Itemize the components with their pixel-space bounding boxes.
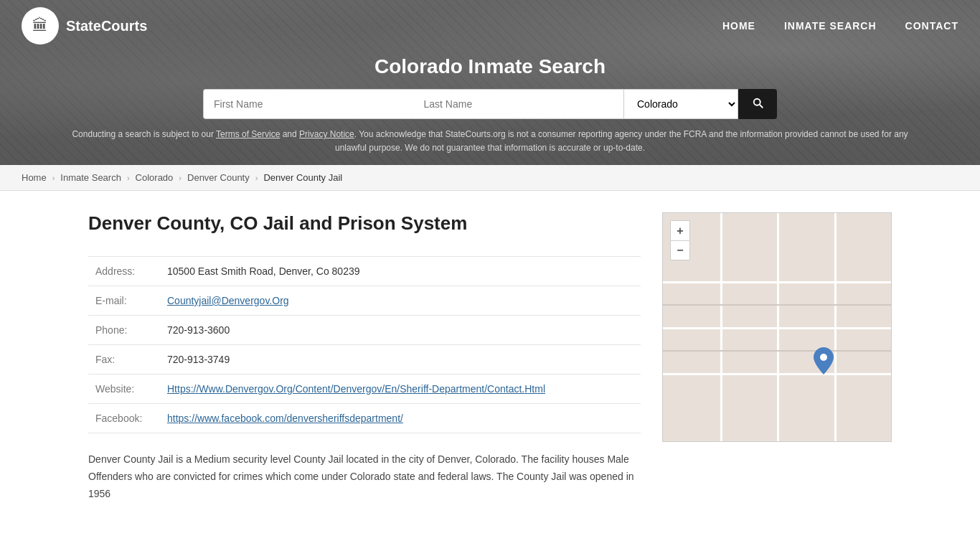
table-row-facebook: Facebook: https://www.facebook.com/denve… [88, 404, 641, 433]
breadcrumb-home[interactable]: Home [22, 172, 47, 183]
disclaimer-between: and [280, 129, 299, 139]
map-pin [814, 347, 834, 377]
fax-label: Fax: [88, 345, 160, 375]
last-name-input[interactable] [414, 89, 624, 119]
breadcrumb-sep-1: › [52, 174, 55, 182]
email-label: E-mail: [88, 286, 160, 316]
nav-inmate-search[interactable]: INMATE SEARCH [784, 20, 877, 32]
logo-icon: 🏛 [22, 7, 59, 44]
nav-contact[interactable]: CONTACT [905, 20, 958, 32]
privacy-notice-link[interactable]: Privacy Notice [299, 129, 354, 139]
search-button[interactable] [738, 89, 777, 119]
breadcrumb-sep-3: › [179, 174, 182, 182]
page-title: Colorado Inmate Search [0, 55, 980, 78]
nav-bar: 🏛 StateCourts HOME INMATE SEARCH CONTACT [0, 0, 980, 52]
state-select[interactable]: Select State Alabama Alaska Colorado Cal… [623, 89, 738, 119]
facility-heading: Denver County, CO Jail and Prison System [88, 212, 641, 235]
search-icon [751, 96, 764, 109]
site-logo[interactable]: 🏛 StateCourts [22, 7, 147, 44]
address-value: 10500 East Smith Road, Denver, Co 80239 [160, 257, 641, 286]
facebook-value: https://www.facebook.com/denversheriffsd… [160, 404, 641, 433]
info-section: Denver County, CO Jail and Prison System… [88, 212, 641, 502]
table-row-email: E-mail: Countyjail@Denvergov.Org [88, 286, 641, 316]
breadcrumb: Home › Inmate Search › Colorado › Denver… [0, 165, 980, 191]
nav-links: HOME INMATE SEARCH CONTACT [722, 20, 958, 32]
map-road [720, 213, 722, 441]
phone-label: Phone: [88, 316, 160, 345]
breadcrumb-colorado[interactable]: Colorado [136, 172, 174, 183]
terms-of-service-link[interactable]: Terms of Service [216, 129, 280, 139]
map-road [663, 350, 891, 352]
website-label: Website: [88, 375, 160, 404]
table-row-phone: Phone: 720-913-3600 [88, 316, 641, 345]
map-road [834, 213, 837, 441]
disclaimer-text: Conducting a search is subject to our Te… [0, 128, 980, 155]
map-zoom-out-button[interactable]: − [670, 240, 690, 260]
map-zoom-in-button[interactable]: + [670, 220, 690, 240]
facility-description: Denver County Jail is a Medium security … [88, 451, 641, 502]
table-row-fax: Fax: 720-913-3749 [88, 345, 641, 375]
website-value: Https://Www.Denvergov.Org/Content/Denver… [160, 375, 641, 404]
fax-value: 720-913-3749 [160, 345, 641, 375]
map-road [663, 304, 891, 306]
breadcrumb-sep-4: › [255, 174, 258, 182]
breadcrumb-inmate-search[interactable]: Inmate Search [60, 172, 121, 183]
breadcrumb-denver-county[interactable]: Denver County [187, 172, 250, 183]
table-row-website: Website: Https://Www.Denvergov.Org/Conte… [88, 375, 641, 404]
email-link[interactable]: Countyjail@Denvergov.Org [167, 295, 289, 306]
facebook-link[interactable]: https://www.facebook.com/denversheriffsd… [167, 413, 403, 424]
location-pin-icon [814, 347, 834, 375]
table-row-address: Address: 10500 East Smith Road, Denver, … [88, 257, 641, 286]
svg-point-0 [820, 354, 827, 361]
site-header: 🏛 StateCourts HOME INMATE SEARCH CONTACT… [0, 0, 980, 165]
facility-info-table: Address: 10500 East Smith Road, Denver, … [88, 256, 641, 433]
website-link[interactable]: Https://Www.Denvergov.Org/Content/Denver… [167, 383, 633, 395]
email-value: Countyjail@Denvergov.Org [160, 286, 641, 316]
search-form: Select State Alabama Alaska Colorado Cal… [203, 89, 777, 119]
map-controls: + − [670, 220, 690, 260]
facebook-label: Facebook: [88, 404, 160, 433]
breadcrumb-current: Denver County Jail [263, 172, 342, 183]
map-road [777, 213, 779, 441]
map-container: + − [662, 212, 892, 442]
disclaimer-after: . You acknowledge that StateCourts.org i… [335, 129, 908, 153]
nav-home[interactable]: HOME [722, 20, 755, 32]
first-name-input[interactable] [203, 89, 414, 119]
address-label: Address: [88, 257, 160, 286]
disclaimer-before: Conducting a search is subject to our [72, 129, 216, 139]
site-name: StateCourts [66, 18, 147, 34]
phone-value: 720-913-3600 [160, 316, 641, 345]
breadcrumb-sep-2: › [127, 174, 130, 182]
map-section: + − [662, 212, 892, 502]
main-content: Denver County, CO Jail and Prison System… [60, 191, 920, 524]
